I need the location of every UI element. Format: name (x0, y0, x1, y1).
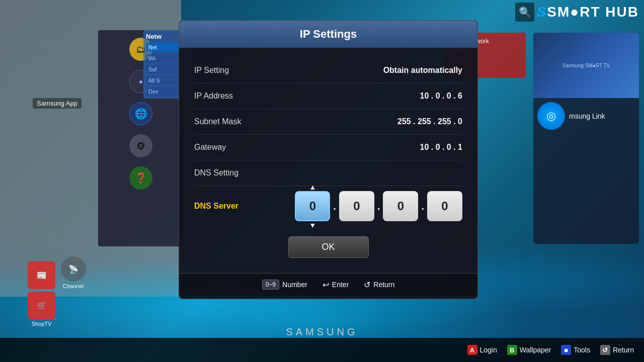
samsung-link-icon: ◎ (537, 102, 565, 130)
dns-input-2[interactable]: 0 (339, 191, 374, 221)
dns-arrow-down[interactable]: ▼ (309, 221, 316, 229)
gateway-row: Gateway 10 . 0 . 0 . 1 (194, 135, 462, 160)
ip-address-row: IP Address 10 . 0 . 0 . 6 (194, 83, 462, 109)
search-button[interactable]: 🔍 (515, 3, 534, 22)
dns-inputs: ▲ 0 ▼ . 0 . 0 . 0 (295, 191, 462, 221)
samsung-link-bottom[interactable]: ◎ msung Link (533, 98, 639, 134)
gateway-value: 10 . 0 . 0 . 1 (420, 143, 463, 152)
shoptv-label: ShopTV (32, 321, 52, 327)
samsung-brand: SAMSUNG (286, 326, 358, 338)
modal-body: IP Setting Obtain automatically IP Addre… (179, 48, 477, 268)
smart-hub-logo: SSM●RT HUB (537, 4, 639, 20)
ok-button[interactable]: OK (288, 236, 369, 258)
taskbar-tools[interactable]: ■ Tools (561, 345, 590, 355)
shoptv-icon: 🛒 (28, 292, 55, 319)
number-key-badge: 0~9 (262, 280, 279, 290)
enter-icon: ↩ (323, 280, 329, 290)
footer-number: 0~9 Number (262, 280, 307, 290)
taskbar-wallpaper[interactable]: B Wallpaper (507, 345, 551, 355)
wallpaper-label: Wallpaper (520, 346, 551, 354)
return-taskbar-label: Return (613, 346, 634, 354)
samsung-link-image: Samsung SM●RT TV (533, 33, 639, 98)
wallpaper-badge: B (507, 345, 517, 355)
ip-setting-label: IP Setting (194, 66, 229, 75)
dns-arrow-up[interactable]: ▲ (309, 183, 316, 191)
enter-label: Enter (332, 281, 349, 289)
taskbar-login[interactable]: A Login (467, 345, 497, 355)
channel-icon-circle: 📡 (61, 256, 86, 282)
channel-app[interactable]: 📡 Channel (59, 256, 87, 289)
taskbar-return[interactable]: ↺ Return (600, 345, 634, 355)
ip-setting-row: IP Setting Obtain automatically (194, 58, 462, 83)
modal-title: IP Settings (189, 28, 467, 41)
dns-dot-3: . (421, 201, 424, 212)
tools-badge: ■ (561, 345, 571, 355)
dns-dot-2: . (377, 201, 380, 212)
ip-address-label: IP Address (194, 92, 233, 101)
app-row-1: 📰 📡 Channel (28, 256, 87, 289)
taskbar: A Login B Wallpaper ■ Tools ↺ Return (0, 338, 644, 362)
ip-settings-modal: IP Settings IP Setting Obtain automatica… (179, 20, 478, 299)
samsung-link-label: msung Link (569, 112, 605, 120)
ip-setting-value: Obtain automatically (383, 66, 462, 75)
app-row-2: 🛒 ShopTV (28, 292, 87, 327)
number-label: Number (282, 281, 307, 289)
ip-address-value: 10 . 0 . 0 . 6 (420, 92, 463, 101)
sidebar-icon-globe[interactable]: 🌐 (129, 102, 152, 125)
samsung-link-panel: Samsung SM●RT TV ◎ msung Link (533, 33, 639, 244)
login-badge: A (467, 345, 477, 355)
samsung-apps-label: Samsung App (33, 98, 82, 109)
shoptv-app[interactable]: 🛒 ShopTV (28, 292, 55, 327)
channel-icon-container: 📡 (59, 256, 87, 282)
modal-header: IP Settings (179, 21, 477, 48)
dns-server-label: DNS Server (194, 202, 238, 211)
modal-footer: 0~9 Number ↩ Enter ↺ Return (179, 273, 477, 296)
news-app[interactable]: 📰 (28, 261, 55, 289)
dns-input-3[interactable]: 0 (383, 191, 418, 221)
return-badge: ↺ (600, 345, 610, 355)
subnet-mask-row: Subnet Mask 255 . 255 . 255 . 0 (194, 109, 462, 135)
gateway-label: Gateway (194, 143, 226, 152)
subnet-mask-label: Subnet Mask (194, 117, 241, 126)
return-label: Return (373, 281, 394, 289)
footer-enter: ↩ Enter (323, 280, 349, 290)
login-label: Login (480, 346, 497, 354)
footer-return: ↺ Return (364, 280, 394, 290)
dns-setting-row: DNS Setting (194, 160, 462, 186)
sidebar-icon-settings[interactable]: ⚙ (129, 134, 152, 157)
news-icon: 📰 (28, 261, 55, 289)
dns-input-1[interactable]: ▲ 0 ▼ (295, 191, 330, 221)
dns-setting-label: DNS Setting (194, 168, 238, 177)
channel-label: Channel (63, 283, 84, 289)
subnet-mask-value: 255 . 255 . 255 . 0 (397, 117, 462, 126)
return-icon: ↺ (364, 280, 370, 290)
dns-server-row: DNS Server ▲ 0 ▼ . 0 . 0 . 0 (194, 186, 462, 226)
sidebar-icon-help[interactable]: ❓ (129, 166, 152, 190)
app-icons-area: 📰 📡 Channel 🛒 ShopTV (28, 256, 87, 327)
dns-input-4[interactable]: 0 (427, 191, 462, 221)
tools-label: Tools (574, 346, 590, 354)
dns-dot-1: . (333, 201, 336, 212)
